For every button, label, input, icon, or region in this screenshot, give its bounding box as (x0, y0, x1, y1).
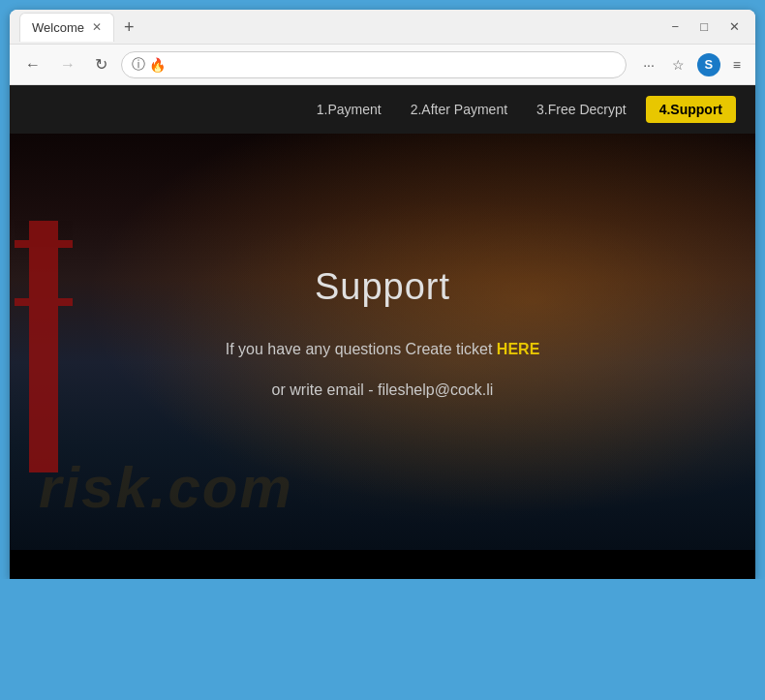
browser-tab[interactable]: Welcome ✕ (19, 13, 114, 42)
title-bar: Welcome ✕ + − □ ✕ (10, 10, 755, 45)
info-icon: ⓘ (132, 56, 145, 74)
browser-window: Welcome ✕ + − □ ✕ ← → ↻ ⓘ 🔥 ··· ☆ S ≡ (10, 10, 755, 579)
tab-close-button[interactable]: ✕ (92, 20, 102, 34)
more-button[interactable]: ··· (638, 54, 659, 76)
hero-text-2: or write email - fileshelp@cock.li (226, 378, 540, 403)
maximize-button[interactable]: □ (694, 17, 714, 36)
url-bar[interactable]: ⓘ 🔥 (121, 51, 627, 78)
bottom-area (0, 579, 765, 637)
bridge-tower (29, 221, 58, 472)
tab-title: Welcome (32, 20, 84, 35)
nav-tab-payment[interactable]: 1.Payment (307, 96, 391, 123)
nav-tab-free-decrypt[interactable]: 3.Free Decrypt (527, 96, 636, 123)
menu-button[interactable]: ≡ (728, 54, 746, 76)
new-tab-button[interactable]: + (118, 18, 140, 36)
nav-tab-support[interactable]: 4.Support (646, 96, 736, 123)
window-controls: − □ ✕ (666, 17, 746, 36)
minimize-button[interactable]: − (666, 17, 686, 36)
page-content: 1.Payment 2.After Payment 3.Free Decrypt… (10, 85, 755, 579)
toolbar-icons: ··· ☆ S ≡ (638, 53, 746, 76)
watermark: risk.com (39, 454, 293, 521)
nav-tabs: 1.Payment 2.After Payment 3.Free Decrypt… (10, 85, 755, 134)
url-icons: ⓘ 🔥 (132, 56, 166, 74)
hero-title: Support (226, 266, 540, 308)
address-bar: ← → ↻ ⓘ 🔥 ··· ☆ S ≡ (10, 45, 755, 85)
forward-button[interactable]: → (54, 53, 81, 76)
bookmark-button[interactable]: ☆ (667, 54, 689, 76)
flame-icon: 🔥 (149, 57, 166, 73)
profile-button[interactable]: S (697, 53, 720, 76)
hero-text-prefix: If you have any questions Create ticket (226, 341, 497, 357)
hero-section: risk.com Support If you have any questio… (10, 134, 755, 550)
hero-text-1: If you have any questions Create ticket … (226, 337, 540, 362)
hero-link-here[interactable]: HERE (497, 341, 539, 357)
close-window-button[interactable]: ✕ (723, 17, 746, 36)
back-button[interactable]: ← (19, 53, 46, 76)
hero-content: Support If you have any questions Create… (226, 266, 540, 417)
reload-button[interactable]: ↻ (89, 53, 113, 76)
page-footer (10, 550, 755, 579)
nav-tab-after-payment[interactable]: 2.After Payment (401, 96, 517, 123)
